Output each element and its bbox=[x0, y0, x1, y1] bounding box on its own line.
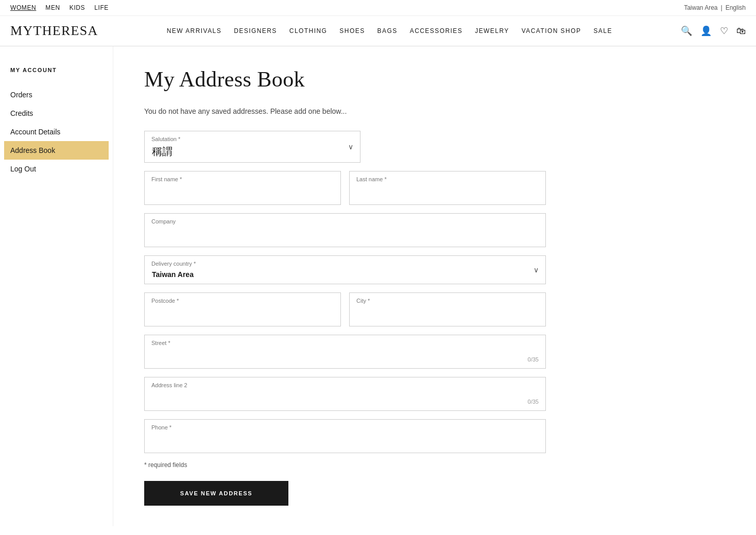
address-line2-input[interactable] bbox=[144, 377, 546, 411]
nav-accessories[interactable]: ACCESSORIES bbox=[410, 27, 463, 34]
salutation-group: Salutation * 稱謂 Mr. Mrs. Ms. Dr. bbox=[144, 131, 360, 163]
header-icons: 🔍 👤 ♡ 🛍 bbox=[681, 25, 746, 37]
language-label[interactable]: English bbox=[726, 4, 746, 11]
delivery-country-select[interactable]: Taiwan Area bbox=[144, 255, 546, 284]
wishlist-icon[interactable]: ♡ bbox=[720, 25, 728, 37]
sidebar-title: MY ACCOUNT bbox=[10, 67, 102, 73]
sidebar-nav[interactable]: Orders Credits Account Details Address B… bbox=[10, 85, 102, 178]
street-group: Street * 0/35 bbox=[144, 335, 546, 369]
salutation-select[interactable]: 稱謂 Mr. Mrs. Ms. Dr. bbox=[144, 131, 360, 163]
first-name-group: First name * bbox=[144, 171, 341, 205]
phone-group: Phone * bbox=[144, 419, 546, 453]
last-name-input[interactable] bbox=[349, 171, 546, 205]
company-row: Company bbox=[144, 213, 546, 247]
nav-men[interactable]: MEN bbox=[45, 4, 60, 11]
nav-jewelry[interactable]: JEWELRY bbox=[475, 27, 509, 34]
company-group: Company bbox=[144, 213, 546, 247]
nav-shoes[interactable]: SHOES bbox=[339, 27, 365, 34]
search-icon[interactable]: 🔍 bbox=[681, 25, 692, 37]
subtitle: You do not have any saved addresses. Ple… bbox=[144, 107, 546, 115]
street-input[interactable] bbox=[144, 335, 546, 369]
address-line2-row: Address line 2 0/35 bbox=[144, 377, 546, 411]
main-content: My Address Book You do not have any save… bbox=[113, 46, 577, 526]
salutation-row: Salutation * 稱謂 Mr. Mrs. Ms. Dr. bbox=[144, 131, 546, 163]
country-select-wrapper: Taiwan Area bbox=[144, 255, 546, 284]
nav-vacation-shop[interactable]: VACATION SHOP bbox=[522, 27, 581, 34]
nav-bags[interactable]: BAGS bbox=[377, 27, 398, 34]
street-row: Street * 0/35 bbox=[144, 335, 546, 369]
top-nav[interactable]: WOMEN MEN KIDS LIFE bbox=[10, 4, 109, 11]
phone-input[interactable] bbox=[144, 419, 546, 453]
address-line2-char-count: 0/35 bbox=[528, 399, 539, 405]
name-row: First name * Last name * bbox=[144, 171, 546, 205]
last-name-group: Last name * bbox=[349, 171, 546, 205]
header: MYTHERESA NEW ARRIVALS DESIGNERS CLOTHIN… bbox=[0, 16, 756, 46]
postcode-input[interactable] bbox=[144, 292, 341, 326]
salutation-select-wrapper: 稱謂 Mr. Mrs. Ms. Dr. bbox=[144, 131, 360, 163]
address-form: Salutation * 稱謂 Mr. Mrs. Ms. Dr. bbox=[144, 131, 546, 506]
first-name-input[interactable] bbox=[144, 171, 341, 205]
country-row: Delivery country * Taiwan Area bbox=[144, 255, 546, 284]
city-input[interactable] bbox=[349, 292, 546, 326]
nav-women[interactable]: WOMEN bbox=[10, 4, 36, 11]
cart-icon[interactable]: 🛍 bbox=[736, 26, 746, 37]
top-bar: WOMEN MEN KIDS LIFE Taiwan Area | Englis… bbox=[0, 0, 756, 16]
save-address-button[interactable]: SAVE NEW ADDRESS bbox=[144, 481, 288, 506]
region-label: Taiwan Area bbox=[684, 4, 717, 11]
main-nav[interactable]: NEW ARRIVALS DESIGNERS CLOTHING SHOES BA… bbox=[167, 27, 612, 34]
nav-new-arrivals[interactable]: NEW ARRIVALS bbox=[167, 27, 221, 34]
account-icon[interactable]: 👤 bbox=[700, 25, 712, 37]
phone-row: Phone * bbox=[144, 419, 546, 453]
address-line2-group: Address line 2 0/35 bbox=[144, 377, 546, 411]
page-title: My Address Book bbox=[144, 67, 546, 92]
logo[interactable]: MYTHERESA bbox=[10, 23, 98, 39]
postcode-group: Postcode * bbox=[144, 292, 341, 326]
nav-life[interactable]: LIFE bbox=[94, 4, 109, 11]
nav-designers[interactable]: DESIGNERS bbox=[234, 27, 277, 34]
top-bar-region: Taiwan Area | English bbox=[684, 4, 746, 11]
sidebar: MY ACCOUNT Orders Credits Account Detail… bbox=[0, 46, 113, 526]
nav-sale[interactable]: SALE bbox=[593, 27, 612, 34]
postcode-city-row: Postcode * City * bbox=[144, 292, 546, 326]
region-separator: | bbox=[721, 4, 723, 11]
delivery-country-group: Delivery country * Taiwan Area bbox=[144, 255, 546, 284]
sidebar-item-credits[interactable]: Credits bbox=[10, 104, 102, 123]
sidebar-item-log-out[interactable]: Log Out bbox=[10, 160, 102, 178]
page-layout: MY ACCOUNT Orders Credits Account Detail… bbox=[0, 46, 756, 526]
nav-kids[interactable]: KIDS bbox=[70, 4, 85, 11]
sidebar-item-address-book[interactable]: Address Book bbox=[4, 141, 109, 160]
sidebar-item-account-details[interactable]: Account Details bbox=[10, 123, 102, 141]
company-input[interactable] bbox=[144, 213, 546, 247]
sidebar-item-orders[interactable]: Orders bbox=[10, 85, 102, 104]
city-group: City * bbox=[349, 292, 546, 326]
nav-clothing[interactable]: CLOTHING bbox=[289, 27, 328, 34]
street-char-count: 0/35 bbox=[528, 356, 539, 363]
required-note: * required fields bbox=[144, 461, 546, 469]
